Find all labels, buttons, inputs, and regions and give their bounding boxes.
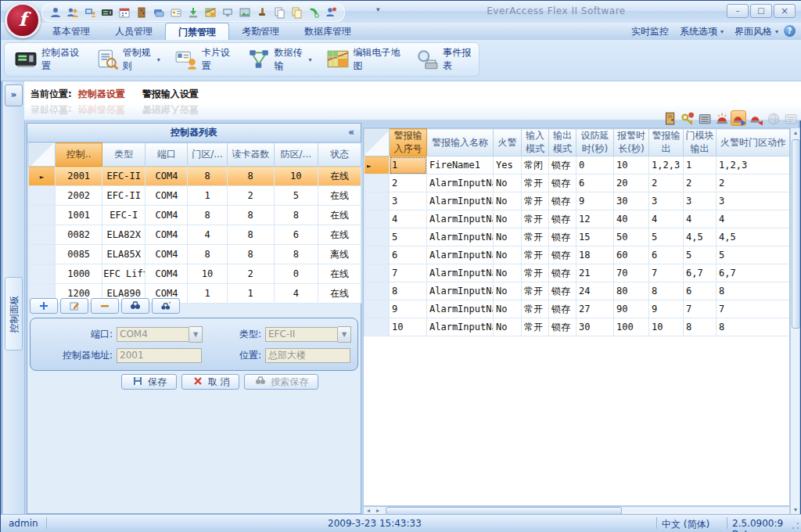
cell[interactable]: 5 <box>717 246 791 264</box>
cell[interactable]: 24 <box>577 282 614 300</box>
vertical-scrollbar[interactable]: ▴ ▾ <box>790 128 800 516</box>
cell[interactable]: 6 <box>577 174 614 192</box>
cell[interactable]: 50 <box>614 228 649 246</box>
controller-icon[interactable] <box>100 5 114 20</box>
user-icon[interactable] <box>48 5 63 20</box>
cell[interactable]: COM4 <box>145 167 188 186</box>
cell[interactable]: AlarmInputName2 <box>427 192 494 210</box>
copy-icon[interactable] <box>272 5 286 20</box>
edit-button[interactable] <box>60 298 88 314</box>
cell[interactable]: 0085 <box>56 245 102 264</box>
cell[interactable]: 10 <box>614 156 649 174</box>
cell[interactable]: 8 <box>188 167 227 186</box>
row-selector[interactable] <box>365 300 390 318</box>
minimize-button[interactable] <box>727 4 749 18</box>
cell[interactable]: 常开 <box>522 282 549 300</box>
alarm-output-settings-button[interactable] <box>748 110 763 126</box>
cell[interactable]: 在线 <box>318 186 361 206</box>
cell[interactable]: ELA85X <box>102 245 145 264</box>
column-header[interactable]: 控制.. <box>56 143 102 167</box>
cell[interactable]: 锁存 <box>549 210 577 228</box>
alarm-settings-button[interactable] <box>713 110 729 126</box>
cell[interactable]: 常开 <box>522 264 549 282</box>
tab-1[interactable]: 基本管理 <box>40 23 102 40</box>
cell[interactable]: 8 <box>649 282 684 300</box>
resize-grip[interactable] <box>791 521 800 530</box>
cell[interactable]: 3 <box>717 192 791 210</box>
collapse-panel-icon[interactable]: « <box>348 124 354 141</box>
cell[interactable]: No <box>494 282 522 300</box>
cell[interactable]: 4,5 <box>717 228 791 246</box>
cell[interactable]: 8 <box>717 318 791 336</box>
cell[interactable]: 7 <box>717 300 791 318</box>
cell[interactable]: 4 <box>684 210 717 228</box>
type-select[interactable]: EFC-II <box>265 327 338 342</box>
row-selector[interactable] <box>365 282 390 300</box>
cell[interactable]: AlarmInputName6 <box>427 264 494 282</box>
cell[interactable]: 锁存 <box>549 192 577 210</box>
row-selector[interactable] <box>365 264 390 282</box>
cell[interactable]: 常开 <box>522 228 549 246</box>
cell[interactable]: 10 <box>274 167 318 186</box>
row-selector[interactable] <box>29 186 56 206</box>
access-cards-icon[interactable] <box>152 5 166 20</box>
cell[interactable]: No <box>494 318 522 336</box>
cell[interactable]: 4 <box>188 225 227 245</box>
close-button[interactable] <box>774 4 796 18</box>
cell[interactable]: 4 <box>649 210 684 228</box>
ribbon-button-2[interactable]: 管制规则▾ <box>91 43 165 76</box>
tab-4[interactable]: 考勤管理 <box>229 23 292 40</box>
cell[interactable]: 常开 <box>522 246 549 264</box>
cell[interactable]: 3 <box>684 192 717 210</box>
cell[interactable]: 1 <box>188 284 227 304</box>
cell[interactable]: 0082 <box>56 225 102 245</box>
cell[interactable]: 锁存 <box>549 318 577 336</box>
ribbon-button-1[interactable]: 控制器设置 <box>9 43 86 76</box>
cell[interactable]: 6 <box>390 246 427 264</box>
cell[interactable]: 2 <box>227 264 274 284</box>
cell[interactable]: 0 <box>274 264 318 284</box>
column-header[interactable]: 门区/... <box>188 143 227 167</box>
column-header[interactable]: 报警时长(秒) <box>614 129 649 156</box>
cell[interactable]: 10 <box>649 318 684 336</box>
cell[interactable]: 10 <box>390 318 427 336</box>
cell[interactable]: 4,5 <box>684 228 717 246</box>
cell[interactable]: FireName1 <box>427 156 494 174</box>
sidebar-vertical-tab[interactable]: 控制面板 <box>5 277 23 350</box>
cell[interactable]: No <box>494 228 522 246</box>
ribbon-button-4[interactable]: 数据传输▾ <box>242 43 317 76</box>
cell[interactable]: 3 <box>649 192 684 210</box>
cell[interactable]: COM4 <box>145 206 188 225</box>
cell[interactable]: AlarmInputName9 <box>427 318 494 336</box>
cell[interactable]: 100 <box>614 318 649 336</box>
operator-icon[interactable] <box>324 5 338 20</box>
row-selector[interactable] <box>365 210 390 228</box>
cell[interactable]: 2001 <box>56 167 102 186</box>
cell[interactable]: 30 <box>614 192 649 210</box>
door-icon[interactable] <box>135 5 149 20</box>
save-button[interactable]: 保存 <box>121 374 177 390</box>
cell[interactable]: No <box>494 246 522 264</box>
cell[interactable]: 2002 <box>56 186 102 206</box>
cell[interactable]: 在线 <box>318 206 361 225</box>
tab-2[interactable]: 人员管理 <box>102 23 165 40</box>
cell[interactable]: 2 <box>227 186 274 206</box>
cell[interactable]: AlarmInputName8 <box>427 300 494 318</box>
cell[interactable]: 9 <box>577 192 614 210</box>
cell[interactable]: 5 <box>274 186 318 206</box>
select-all-header[interactable] <box>29 143 56 167</box>
cell[interactable]: AlarmInputName7 <box>427 282 494 300</box>
cell[interactable]: 90 <box>614 300 649 318</box>
cell[interactable]: 12 <box>577 210 614 228</box>
column-header[interactable]: 门模块输出 <box>684 129 717 156</box>
cell[interactable]: 8 <box>188 245 227 264</box>
cell[interactable]: 5 <box>649 228 684 246</box>
cell[interactable]: No <box>494 210 522 228</box>
cell[interactable]: ELA82X <box>102 225 145 245</box>
type-dropdown-icon[interactable]: ▼ <box>338 326 351 343</box>
status-language[interactable]: 中文 (简体) <box>662 518 709 531</box>
column-header[interactable]: 端口 <box>145 143 188 167</box>
cell[interactable]: 锁存 <box>549 282 577 300</box>
cell[interactable]: 8 <box>227 167 274 186</box>
cell[interactable]: 70 <box>614 264 649 282</box>
